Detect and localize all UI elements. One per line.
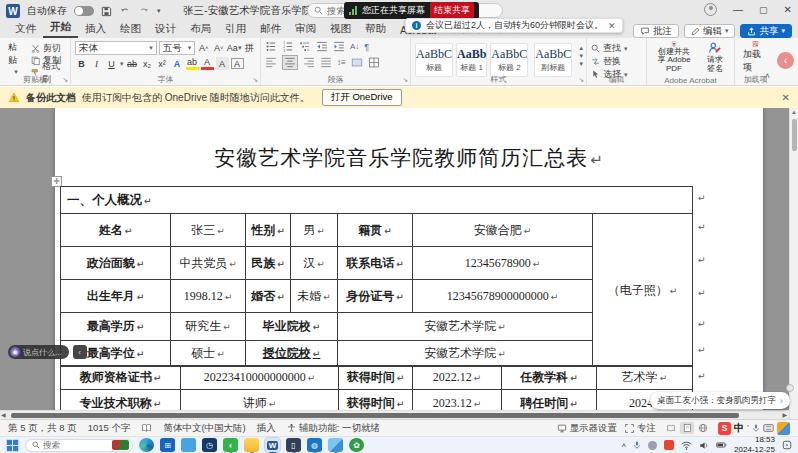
tray-gray-icon[interactable] <box>648 441 657 450</box>
ime-mode-chinese[interactable]: 中 <box>734 421 744 435</box>
focus-mode-button[interactable]: 专注 <box>625 422 656 435</box>
text-effects-button[interactable]: A <box>171 57 184 70</box>
app-icon-circles[interactable]: ◍ <box>307 438 322 452</box>
shrink-font-button[interactable]: A˅ <box>212 42 225 55</box>
replace-button[interactable]: 替换 <box>591 56 628 67</box>
wifi-icon[interactable] <box>681 441 692 450</box>
line-spacing-icon[interactable]: ↕≡ <box>337 58 346 67</box>
taskbar-search[interactable] <box>25 439 133 452</box>
value-native-place[interactable]: 安徽合肥↵ <box>413 214 593 247</box>
store-icon[interactable]: ⊞ <box>160 438 175 452</box>
decrease-indent-icon[interactable] <box>316 41 328 52</box>
photo-placeholder-cell[interactable]: （电子照）↵ <box>593 214 693 367</box>
increase-indent-icon[interactable] <box>333 41 345 52</box>
sort-icon[interactable]: A↓ <box>350 42 359 51</box>
grow-font-button[interactable]: A˄ <box>197 42 210 55</box>
open-onedrive-button[interactable]: 打开 OneDrive <box>322 89 402 106</box>
font-dialog-launcher-icon[interactable]: ↘ <box>252 76 258 84</box>
autosave-toggle[interactable] <box>74 6 94 16</box>
label-highest-education[interactable]: 最高学历↵ <box>61 313 171 341</box>
tab-view[interactable]: 视图 <box>323 21 358 38</box>
change-case-button[interactable]: Aa▾ <box>227 42 241 55</box>
superscript-button[interactable]: x² <box>156 57 169 70</box>
ime-mic-icon[interactable] <box>752 423 760 433</box>
tab-layout[interactable]: 布局 <box>183 21 218 38</box>
label-teaching-subject[interactable]: 任教学科↵ <box>502 366 597 390</box>
pet-settings-icon[interactable] <box>786 384 794 392</box>
document-page[interactable]: 安徽艺术学院音乐学院教师简历汇总表↵ ✛ 一、个人概况↵ 姓名↵ 张三↵ 性别↵… <box>55 108 763 419</box>
label-political-status[interactable]: 政治面貌↵ <box>61 247 171 280</box>
value-name[interactable]: 张三↵ <box>171 214 246 247</box>
app-icon-blue[interactable] <box>181 438 196 452</box>
value-teacher-certificate[interactable]: 20223410000000000↵ <box>181 366 339 390</box>
start-button-icon[interactable] <box>6 439 19 452</box>
hidden-icons-chevron[interactable]: ˄ <box>621 441 626 450</box>
align-center-icon[interactable] <box>282 55 298 70</box>
character-shading-button[interactable]: A <box>216 57 229 70</box>
multilevel-list-icon[interactable] <box>299 41 311 52</box>
font-family-select[interactable]: 宋体▾ <box>75 41 157 55</box>
label-graduate-school[interactable]: 毕业院校↵ <box>246 313 338 341</box>
tab-file[interactable]: 文件 <box>8 21 43 38</box>
file-explorer-icon[interactable] <box>244 438 259 452</box>
value-birth-date[interactable]: 1998.12↵ <box>171 280 246 313</box>
wechat-icon[interactable]: ◖ <box>223 438 238 452</box>
share-button[interactable]: 共享▾ <box>740 24 792 38</box>
comments-button[interactable]: 批注 <box>633 24 679 38</box>
value-political-status[interactable]: 中共党员↵ <box>171 247 246 280</box>
bold-button[interactable]: B <box>75 57 88 70</box>
italic-button[interactable]: I <box>90 57 103 70</box>
tab-draw[interactable]: 绘图 <box>113 21 148 38</box>
insert-mode-indicator[interactable]: 插入 <box>257 422 276 435</box>
meeting-panel-toggle[interactable]: ‹ <box>777 52 794 69</box>
web-layout-button[interactable] <box>696 422 710 434</box>
tab-design[interactable]: 设计 <box>148 21 183 38</box>
notice-close-icon[interactable]: ✕ <box>608 21 616 31</box>
volume-icon[interactable] <box>699 441 709 450</box>
highlight-color-button[interactable]: ab <box>186 57 199 70</box>
page-indicator[interactable]: 第 5 页，共 8 页 <box>8 422 77 435</box>
label-birth-date[interactable]: 出生年月↵ <box>61 280 171 313</box>
ime-toolbar[interactable]: S 中 ’ <box>718 421 790 435</box>
tab-insert[interactable]: 插入 <box>78 21 113 38</box>
label-marital[interactable]: 婚否↵ <box>246 280 291 313</box>
chat-collapse-button[interactable]: ‹ <box>73 345 87 359</box>
meeting-chat-widget[interactable]: ◉ 说点什么... ‹ <box>8 345 87 359</box>
language-indicator[interactable]: 简体中文(中国大陆) <box>163 422 245 435</box>
save-button[interactable] <box>101 6 112 17</box>
label-gender[interactable]: 性别↵ <box>246 214 291 247</box>
search-highlight-image[interactable] <box>112 440 129 450</box>
request-signatures-button[interactable]: 请求签名 <box>700 41 730 74</box>
value-marital[interactable]: 未婚↵ <box>291 280 338 313</box>
ime-keyboard-icon[interactable] <box>763 424 774 432</box>
account-avatar[interactable] <box>704 3 717 16</box>
ime-logo[interactable]: S <box>718 422 731 435</box>
label-cert-obtained-time[interactable]: 获得时间↵ <box>339 366 413 390</box>
find-button[interactable]: 查找▾ <box>591 43 628 54</box>
tray-sharing-icon[interactable] <box>664 440 674 450</box>
scroll-left-icon[interactable]: ◀ <box>1 411 6 418</box>
value-ethnicity[interactable]: 汉↵ <box>291 247 338 280</box>
label-degree-school[interactable]: 授位院校↵ <box>246 341 338 367</box>
word-taskbar-icon[interactable]: W <box>265 438 280 452</box>
label-teacher-certificate[interactable]: 教师资格证书↵ <box>61 366 181 390</box>
create-share-pdf-button[interactable]: 创建并共享 Adobe PDF <box>651 41 697 74</box>
label-native-place[interactable]: 籍贯↵ <box>338 214 413 247</box>
vertical-scrollbar[interactable]: ▲ <box>789 108 798 419</box>
desktop-pet-bubble[interactable]: 桌面工友小强：变身肌肉男打字 › <box>650 392 790 409</box>
style-subtitle-visible[interactable]: AaBbC副标题 <box>534 43 572 77</box>
value-highest-education[interactable]: 研究生↵ <box>171 313 246 341</box>
clock-app-icon[interactable]: ◷ <box>202 438 217 452</box>
tray-mic-icon[interactable] <box>633 440 641 450</box>
close-button[interactable]: ✕ <box>784 4 792 15</box>
paste-button[interactable]: 粘贴▾ <box>4 41 28 74</box>
tab-review[interactable]: 审阅 <box>288 21 323 38</box>
scroll-right-icon[interactable]: ▶ <box>782 411 787 418</box>
edge-icon[interactable] <box>139 438 154 452</box>
bullet-list-icon[interactable] <box>265 41 277 52</box>
styles-dialog-launcher-icon[interactable]: ↘ <box>578 76 584 84</box>
styles-scroll-down-icon[interactable]: ▼ <box>578 53 584 59</box>
label-id-number[interactable]: 身份证号↵ <box>338 280 413 313</box>
read-mode-button[interactable] <box>664 422 678 434</box>
styles-scroll-up-icon[interactable]: ▲ <box>578 45 584 51</box>
